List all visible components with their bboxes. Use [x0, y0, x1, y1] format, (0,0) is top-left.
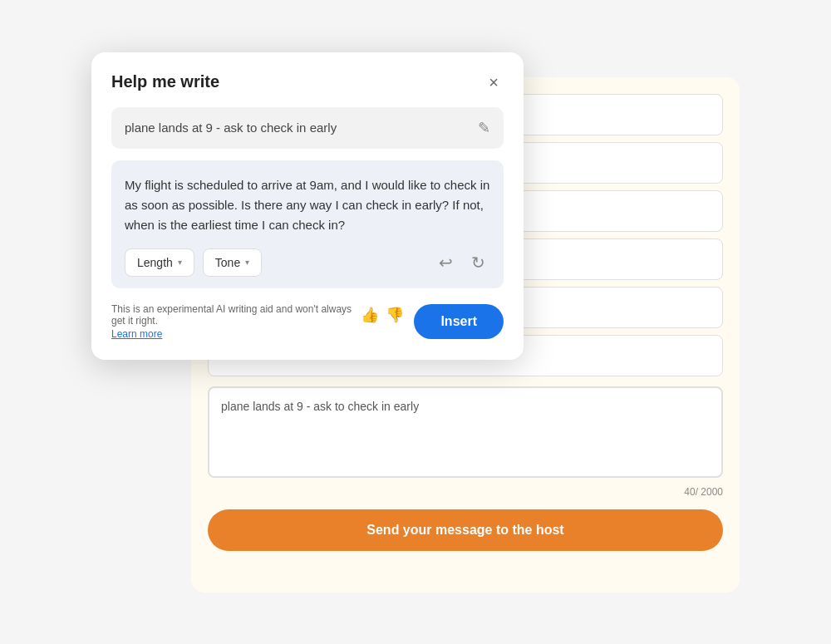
modal-header: Help me write ×: [111, 72, 504, 92]
output-area: My flight is scheduled to arrive at 9am,…: [111, 160, 504, 288]
controls-row: Length ▾ Tone ▾ ↩ ↻: [125, 248, 490, 277]
modal-title: Help me write: [111, 72, 219, 91]
footer-text: This is an experimental AI writing aid a…: [111, 303, 354, 327]
footer-left: This is an experimental AI writing aid a…: [111, 303, 404, 340]
char-count: 40/ 2000: [208, 486, 723, 498]
input-row: plane lands at 9 - ask to check in early…: [111, 107, 504, 149]
learn-more-link[interactable]: Learn more: [111, 328, 404, 340]
modal-footer: This is an experimental AI writing aid a…: [111, 303, 504, 340]
send-button[interactable]: Send your message to the host: [208, 509, 723, 551]
thumbup-button[interactable]: 👍: [361, 306, 379, 324]
insert-button[interactable]: Insert: [414, 304, 504, 339]
undo-button[interactable]: ↩: [434, 251, 458, 274]
thumb-row: 👍 👎: [361, 306, 404, 324]
input-text: plane lands at 9 - ask to check in early: [125, 120, 337, 135]
length-dropdown[interactable]: Length ▾: [125, 248, 194, 277]
edit-icon[interactable]: ✎: [478, 119, 490, 137]
output-text: My flight is scheduled to arrive at 9am,…: [125, 175, 490, 235]
footer-info-row: This is an experimental AI writing aid a…: [111, 303, 404, 327]
tone-label: Tone: [215, 256, 240, 269]
help-me-write-modal: Help me write × plane lands at 9 - ask t…: [91, 52, 524, 360]
length-arrow: ▾: [178, 258, 182, 267]
textarea-value: plane lands at 9 - ask to check in early: [221, 400, 419, 413]
tone-dropdown[interactable]: Tone ▾: [203, 248, 262, 277]
thumbdown-button[interactable]: 👎: [386, 306, 404, 324]
close-button[interactable]: ×: [484, 72, 504, 92]
refresh-button[interactable]: ↻: [466, 251, 490, 274]
message-textarea[interactable]: plane lands at 9 - ask to check in early: [208, 386, 723, 478]
length-label: Length: [137, 256, 173, 269]
tone-arrow: ▾: [245, 258, 249, 267]
